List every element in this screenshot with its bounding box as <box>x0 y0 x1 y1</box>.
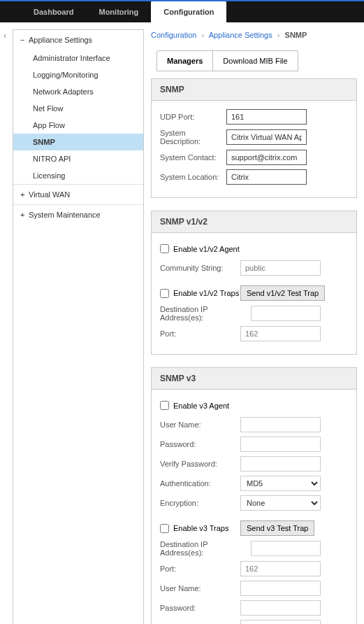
input-pass-v3t[interactable] <box>240 600 321 616</box>
checkbox-enable-v3-traps[interactable] <box>160 524 169 533</box>
breadcrumb: Configuration › Appliance Settings › SNM… <box>151 31 357 39</box>
panel-snmp-v3: SNMP v3 Enable v3 Agent User Name: Passw… <box>151 367 357 624</box>
input-verify[interactable] <box>240 456 321 471</box>
input-user-v3t[interactable] <box>240 581 321 596</box>
input-pass[interactable] <box>240 437 321 452</box>
input-sys-desc[interactable] <box>226 129 307 145</box>
checkbox-enable-v1v2-traps[interactable] <box>160 289 169 298</box>
panel-title: SNMP v3 <box>152 368 356 390</box>
crumb-appliance-settings[interactable]: Appliance Settings <box>209 31 272 39</box>
expand-icon: + <box>20 190 29 199</box>
label-community: Community String: <box>160 264 240 272</box>
input-dest-ip-v3[interactable] <box>251 541 321 556</box>
button-send-v3-trap[interactable]: Send v3 Test Trap <box>240 520 314 536</box>
checkbox-enable-v1v2-agent[interactable] <box>160 244 169 253</box>
checkbox-enable-v3-agent[interactable] <box>160 401 169 410</box>
input-sys-contact[interactable] <box>226 150 307 165</box>
side-item-app-flow[interactable]: App Flow <box>13 117 143 134</box>
tab-dashboard[interactable]: Dashboard <box>21 1 86 22</box>
input-udp-port[interactable] <box>226 109 307 125</box>
side-group-label: System Maintenance <box>29 211 101 219</box>
panel-snmp: SNMP UDP Port: System Description: Syste… <box>151 78 357 198</box>
side-item-snmp[interactable]: SNMP <box>13 134 143 150</box>
label-user-v3t: User Name: <box>160 584 240 593</box>
select-auth[interactable]: MD5 <box>240 476 321 491</box>
input-port[interactable] <box>240 326 321 341</box>
label-udp-port: UDP Port: <box>160 113 226 121</box>
tab-configuration[interactable]: Configuration <box>151 0 226 22</box>
label-enable-v1v2-agent: Enable v1/v2 Agent <box>173 245 240 253</box>
side-group-system-maintenance[interactable]: +System Maintenance <box>13 205 143 225</box>
label-pass-v3t: Password: <box>160 604 240 612</box>
side-item-network-adapters[interactable]: Network Adapters <box>13 83 143 100</box>
content-area: Configuration › Appliance Settings › SNM… <box>144 22 364 624</box>
label-auth: Authentication: <box>160 479 240 488</box>
side-group-virtual-wan[interactable]: +Virtual WAN <box>13 185 143 204</box>
collapse-icon: − <box>20 36 29 44</box>
label-sys-contact: System Contact: <box>160 153 226 162</box>
tab-monitoring[interactable]: Monitoring <box>86 1 151 22</box>
label-sys-location: System Location: <box>160 173 226 181</box>
crumb-configuration[interactable]: Configuration <box>151 31 196 39</box>
panel-title: SNMP v1/v2 <box>152 211 356 233</box>
side-item-logging[interactable]: Logging/Monitoring <box>13 66 143 83</box>
button-send-v1v2-trap[interactable]: Send v1/v2 Test Trap <box>240 285 325 301</box>
label-verify: Verify Password: <box>160 460 240 468</box>
input-port-v3[interactable] <box>240 561 321 576</box>
label-enable-v1v2-traps: Enable v1/v2 Traps <box>173 289 239 297</box>
select-enc[interactable]: None <box>240 495 321 511</box>
label-sys-desc: System Description: <box>160 129 226 146</box>
side-group-label: Virtual WAN <box>29 190 70 199</box>
label-pass: Password: <box>160 440 240 448</box>
expand-icon: + <box>20 211 29 219</box>
sidebar: −Appliance Settings Administrator Interf… <box>13 29 144 624</box>
label-enable-v3-agent: Enable v3 Agent <box>173 402 229 410</box>
side-item-net-flow[interactable]: Net Flow <box>13 100 143 117</box>
side-item-nitro-api[interactable]: NITRO API <box>13 150 143 167</box>
label-port-v3: Port: <box>160 565 240 573</box>
sub-tabs: Managers Download MIB File <box>156 50 357 71</box>
input-community[interactable] <box>240 260 321 276</box>
panel-title: SNMP <box>152 79 356 101</box>
subtab-download-mib[interactable]: Download MIB File <box>213 50 298 71</box>
input-dest-ip[interactable] <box>251 306 321 321</box>
crumb-snmp: SNMP <box>285 31 307 39</box>
side-item-admin-interface[interactable]: Administrator Interface <box>13 50 143 66</box>
top-nav: Dashboard Monitoring Configuration <box>0 0 364 22</box>
label-enc: Encryption: <box>160 499 240 507</box>
panel-snmp-v1v2: SNMP v1/v2 Enable v1/v2 Agent Community … <box>151 211 357 355</box>
label-dest-ip-v3: Destination IP Address(es): <box>160 540 251 557</box>
chevron-right-icon: › <box>202 31 205 39</box>
label-dest-ip: Destination IP Address(es): <box>160 305 251 322</box>
input-verify-v3t[interactable] <box>240 620 321 624</box>
chevron-right-icon: › <box>277 31 280 39</box>
sidebar-collapse-icon[interactable]: ‹ <box>0 22 10 624</box>
side-item-licensing[interactable]: Licensing <box>13 167 143 184</box>
side-group-appliance-settings[interactable]: −Appliance Settings <box>13 30 143 50</box>
label-user: User Name: <box>160 420 240 429</box>
side-group-label: Appliance Settings <box>29 36 92 44</box>
label-enable-v3-traps: Enable v3 Traps <box>173 524 229 532</box>
input-sys-location[interactable] <box>226 169 307 185</box>
subtab-managers[interactable]: Managers <box>156 50 213 71</box>
label-port: Port: <box>160 329 240 338</box>
input-user[interactable] <box>240 417 321 432</box>
